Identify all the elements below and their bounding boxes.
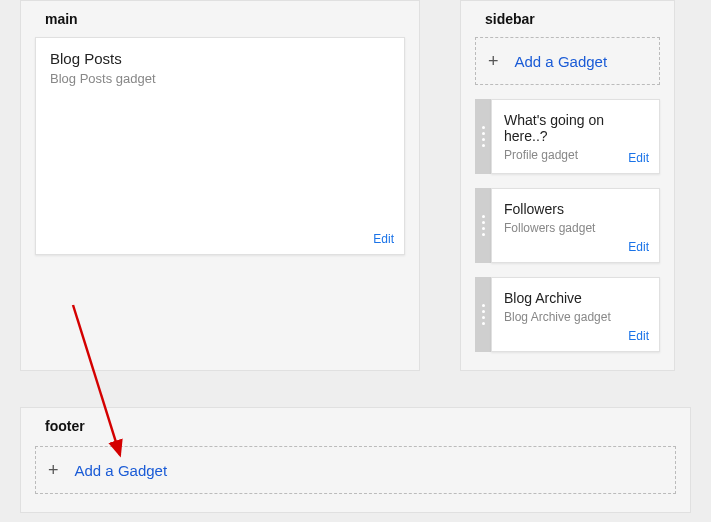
gadget-card: What's going on here..? Profile gadget E… xyxy=(491,99,660,174)
drag-handle[interactable] xyxy=(475,99,491,174)
gadget-card: Blog Archive Blog Archive gadget Edit xyxy=(491,277,660,352)
sidebar-section: sidebar + Add a Gadget What's going on h… xyxy=(460,0,675,371)
gadget-edit[interactable]: Edit xyxy=(628,240,649,254)
footer-add-label: Add a Gadget xyxy=(75,462,168,479)
footer-title: footer xyxy=(35,412,676,446)
drag-dots-icon xyxy=(482,126,485,147)
blog-posts-title: Blog Posts xyxy=(50,50,390,67)
gadget-title: Blog Archive xyxy=(504,290,647,306)
plus-icon: + xyxy=(488,52,499,70)
sidebar-gadget-1: Followers Followers gadget Edit xyxy=(475,188,660,263)
sidebar-add-label: Add a Gadget xyxy=(515,53,608,70)
sidebar-gadget-0: What's going on here..? Profile gadget E… xyxy=(475,99,660,174)
gadget-sub: Followers gadget xyxy=(504,221,647,235)
plus-icon: + xyxy=(48,461,59,479)
blog-posts-edit[interactable]: Edit xyxy=(373,232,394,246)
drag-handle[interactable] xyxy=(475,188,491,263)
drag-handle[interactable] xyxy=(475,277,491,352)
gadget-edit[interactable]: Edit xyxy=(628,151,649,165)
drag-dots-icon xyxy=(482,304,485,325)
blog-posts-card: Blog Posts Blog Posts gadget Edit xyxy=(35,37,405,255)
main-section: main Blog Posts Blog Posts gadget Edit xyxy=(20,0,420,371)
gadget-card: Followers Followers gadget Edit xyxy=(491,188,660,263)
sidebar-add-gadget[interactable]: + Add a Gadget xyxy=(475,37,660,85)
drag-dots-icon xyxy=(482,215,485,236)
gadget-edit[interactable]: Edit xyxy=(628,329,649,343)
gadget-sub: Blog Archive gadget xyxy=(504,310,647,324)
blog-posts-sub: Blog Posts gadget xyxy=(50,71,390,86)
gadget-title: Followers xyxy=(504,201,647,217)
main-title: main xyxy=(35,5,405,37)
gadget-sub: Profile gadget xyxy=(504,148,647,162)
sidebar-title: sidebar xyxy=(475,5,660,37)
sidebar-gadget-2: Blog Archive Blog Archive gadget Edit xyxy=(475,277,660,352)
footer-add-gadget[interactable]: + Add a Gadget xyxy=(35,446,676,494)
gadget-title: What's going on here..? xyxy=(504,112,647,144)
footer-section: footer + Add a Gadget xyxy=(20,407,691,513)
